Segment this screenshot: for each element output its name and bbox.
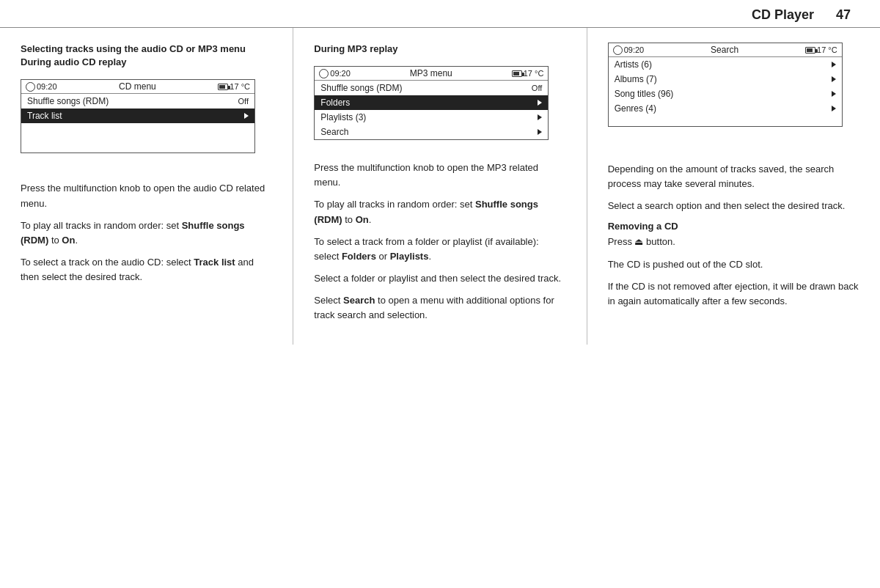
col2-para5: Select Search to open a menu with additi… — [314, 293, 565, 323]
page-header: CD Player 47 — [0, 0, 880, 28]
header-title: CD Player — [752, 7, 814, 23]
battery-icon-3 — [805, 47, 815, 54]
mp3-row-folders: Folders — [315, 95, 548, 110]
screen-bottom-padding — [609, 116, 842, 126]
search-row-albums: Albums (7) — [609, 72, 842, 87]
header-page: 47 — [836, 7, 851, 23]
clock-icon-2 — [319, 69, 329, 78]
col2-para4: Select a folder or playlist and then sel… — [314, 271, 565, 286]
col2-para1: Press the multifunction knob to open the… — [314, 161, 565, 190]
search-screen: 09:20 Search 17 °C Artists (6) Albums (7… — [608, 43, 843, 127]
mp3-screen-time: 09:20 — [319, 69, 351, 78]
column-3: 09:20 Search 17 °C Artists (6) Albums (7… — [587, 28, 880, 345]
mp3-screen-title: MP3 menu — [351, 68, 512, 78]
search-row-genres: Genres (4) — [609, 101, 842, 116]
arrow-icon-folders — [538, 100, 542, 106]
col1-para3: To select a track on the audio CD: selec… — [21, 255, 272, 284]
screen-row-shuffle: Shuffle songs (RDM) Off — [21, 94, 254, 109]
clock-icon-3 — [613, 45, 623, 55]
mp3-screen-temp: 17 °C — [512, 69, 544, 78]
mp3-row-search: Search — [315, 125, 548, 139]
arrow-icon — [244, 113, 249, 119]
col3-para1: Depending on the amount of tracks saved,… — [608, 162, 859, 191]
col2-para3: To select a track from a folder or playl… — [314, 235, 565, 264]
col2-heading: During MP3 replay — [314, 43, 565, 56]
removing-cd-heading: Removing a CD — [608, 221, 859, 232]
arrow-icon-albums — [832, 76, 836, 82]
col1-para1: Press the multifunction knob to open the… — [21, 181, 272, 210]
mp3-row-shuffle: Shuffle songs (RDM) Off — [315, 81, 548, 95]
battery-icon — [218, 84, 228, 90]
screen-header: 09:20 CD menu 17 °C — [21, 80, 254, 94]
mp3-row-playlists: Playlists (3) — [315, 110, 548, 125]
search-row-songtitles: Song titles (96) — [609, 87, 842, 101]
screen-time: 09:20 — [26, 82, 57, 92]
clock-icon — [26, 82, 35, 92]
arrow-icon-songtitles — [832, 91, 836, 97]
mp3-menu-screen: 09:20 MP3 menu 17 °C Shuffle songs (RDM)… — [314, 66, 549, 140]
col1-heading: Selecting tracks using the audio CD or M… — [21, 43, 272, 69]
col3-remove-para1: Press ⏏ button. — [608, 235, 859, 249]
col2-para2: To play all tracks in random order: set … — [314, 197, 565, 227]
arrow-icon-playlists — [538, 114, 542, 120]
search-screen-title: Search — [644, 45, 805, 55]
screen-empty-space — [21, 123, 254, 152]
content-area: Selecting tracks using the audio CD or M… — [0, 28, 880, 345]
search-screen-temp: 17 °C — [805, 45, 837, 54]
battery-icon-2 — [512, 70, 522, 77]
screen-temp: 17 °C — [218, 82, 250, 91]
arrow-icon-genres — [832, 106, 836, 111]
search-row-artists: Artists (6) — [609, 57, 842, 72]
mp3-screen-header: 09:20 MP3 menu 17 °C — [315, 67, 548, 81]
column-2: During MP3 replay 09:20 MP3 menu 17 °C S… — [293, 28, 587, 345]
col3-remove-para2: The CD is pushed out of the CD slot. — [608, 257, 859, 272]
search-screen-time: 09:20 — [613, 45, 645, 55]
col3-remove-para3: If the CD is not removed after ejection,… — [608, 279, 859, 309]
column-1: Selecting tracks using the audio CD or M… — [0, 28, 293, 345]
arrow-icon-artists — [832, 62, 836, 67]
arrow-icon-search — [538, 129, 542, 135]
col1-para2: To play all tracks in random order: set … — [21, 218, 272, 248]
screen-title: CD menu — [57, 81, 219, 92]
col3-para2: Select a search option and then select t… — [608, 199, 859, 213]
screen-row-tracklist: Track list — [21, 109, 254, 123]
search-screen-header: 09:20 Search 17 °C — [609, 43, 842, 57]
cd-menu-screen: 09:20 CD menu 17 °C Shuffle songs (RDM) … — [21, 79, 255, 153]
